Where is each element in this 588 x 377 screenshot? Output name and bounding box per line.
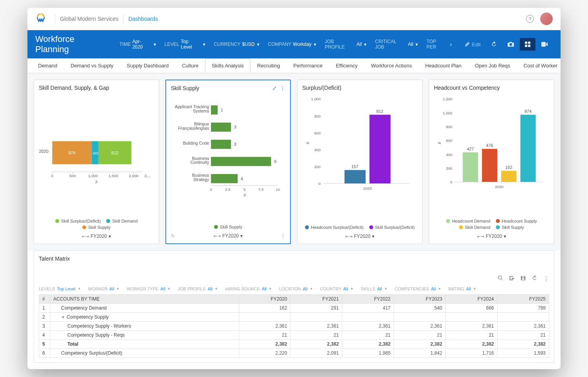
svg-text:500: 500 bbox=[69, 174, 76, 178]
svg-text:2.5: 2.5 bbox=[225, 187, 230, 192]
matrix-filter-levels[interactable]: LEVELSTop Level▼ bbox=[39, 286, 81, 291]
workday-logo-icon[interactable] bbox=[35, 13, 46, 24]
grid-view-button[interactable] bbox=[520, 38, 535, 51]
more-icon[interactable]: ⋮ bbox=[280, 85, 285, 91]
card-headcount-competency[interactable]: Headcount vs Competency 1,2001,000800600… bbox=[429, 80, 554, 244]
svg-text:2020: 2020 bbox=[363, 186, 372, 190]
filter-time[interactable]: TIMEApr-2020▼ bbox=[120, 39, 157, 50]
svg-text:812: 812 bbox=[376, 109, 383, 114]
reload-icon[interactable]: ↻ bbox=[171, 233, 175, 239]
tab-performance[interactable]: Performance bbox=[287, 58, 329, 73]
dashboard-grid: Skill Demand, Supply, & Gap 2020 974 162… bbox=[27, 73, 561, 250]
svg-rect-60 bbox=[370, 115, 391, 183]
table-row[interactable]: 4Competency Supply - Reqs212121212121 bbox=[39, 331, 549, 340]
filter-currency[interactable]: CURRENCY$USD▼ bbox=[214, 42, 260, 47]
chart-c3[interactable]: 1,0008006004002000 # 157 812 2020 bbox=[302, 94, 417, 222]
card-surplus-deficit[interactable]: Surplus/(Deficit) 1,0008006004002000 # 1… bbox=[297, 80, 423, 244]
card-title: Skill Supply bbox=[171, 85, 199, 91]
matrix-filter-rating[interactable]: RATINGAll▼ bbox=[448, 286, 477, 291]
svg-text:1,000: 1,000 bbox=[443, 111, 453, 115]
talent-matrix-panel: Talent Matrix ⋮ LEVELSTop Level▼WORKERAl… bbox=[34, 250, 554, 363]
table-row[interactable]: 6Competency Surplus/(Deficit)2,2202,0911… bbox=[39, 349, 549, 358]
filter-company[interactable]: COMPANYWorkday▼ bbox=[268, 42, 317, 47]
tab-demand-vs-supply[interactable]: Demand vs Supply bbox=[64, 58, 120, 73]
tab-cost-of-worker[interactable]: Cost of Worker bbox=[517, 58, 561, 73]
refresh-button[interactable] bbox=[486, 38, 502, 51]
chart-c1[interactable]: 2020 974 162 812 05001,0001,5002,0002,..… bbox=[39, 94, 154, 216]
matrix-filter-competencies[interactable]: COMPETENCIESAll▼ bbox=[394, 286, 441, 291]
tab-efficiency[interactable]: Efficiency bbox=[329, 58, 364, 73]
matrix-filter-hiring-source[interactable]: HIRING SOURCEAll▼ bbox=[225, 286, 272, 291]
svg-text:1,500: 1,500 bbox=[109, 174, 118, 178]
svg-rect-72 bbox=[463, 152, 478, 182]
user-avatar[interactable] bbox=[540, 13, 553, 25]
tab-workforce-actions[interactable]: Workforce Actions bbox=[364, 58, 419, 73]
tab-culture[interactable]: Culture bbox=[175, 58, 205, 73]
fy-selector[interactable]: ⇤⇥FY2020 ▾ bbox=[82, 234, 111, 239]
edit-button[interactable]: Edit bbox=[460, 38, 485, 51]
matrix-filter-job-profile[interactable]: JOB PROFILEAll▼ bbox=[178, 286, 218, 291]
matrix-title: Talent Matrix bbox=[39, 256, 549, 262]
page-header: Workforce Planning TIMEApr-2020▼LEVELTop… bbox=[27, 30, 561, 58]
filter-job profile[interactable]: JOB PROFILEAll▼ bbox=[325, 39, 367, 50]
matrix-filter-worker-type[interactable]: WORKER TYPEAll▼ bbox=[127, 286, 171, 291]
tab-supply-dashboard[interactable]: Supply Dashboard bbox=[120, 58, 175, 73]
svg-rect-3 bbox=[528, 45, 530, 47]
filter-overflow[interactable]: TOP PER› bbox=[426, 39, 452, 50]
svg-rect-24 bbox=[211, 105, 218, 114]
svg-text:7.5: 7.5 bbox=[258, 187, 264, 192]
table-row[interactable]: 3Competency Supply - Workers2,3612,3612,… bbox=[39, 322, 549, 331]
card-menu-icon[interactable]: ⋮ bbox=[281, 233, 285, 239]
tab-demand[interactable]: Demand bbox=[31, 58, 64, 73]
legend-item: Skill Surplus/(Deficit) bbox=[55, 219, 101, 223]
fy-selector[interactable]: ⇤⇥FY2020 ▾ bbox=[214, 233, 243, 239]
card-skill-supply[interactable]: Skill Supply ⤢⋮ Applicant TrackingSystem… bbox=[165, 80, 291, 244]
svg-text:9: 9 bbox=[274, 159, 276, 164]
expand-icon[interactable]: ⤢ bbox=[272, 85, 277, 91]
svg-line-82 bbox=[501, 279, 503, 280]
matrix-filter-country[interactable]: COUNTRYAll▼ bbox=[320, 286, 354, 291]
camera-button[interactable] bbox=[503, 38, 519, 51]
chart-c2[interactable]: Applicant TrackingSystems1BilingueFrança… bbox=[171, 94, 285, 221]
svg-text:#: # bbox=[95, 179, 98, 184]
more-icon[interactable]: ⋮ bbox=[543, 275, 549, 283]
export-icon[interactable] bbox=[509, 275, 515, 283]
fy-selector[interactable]: ⇤⇥FY2020 ▾ bbox=[345, 234, 374, 239]
tab-headcount-plan[interactable]: Headcount Plan bbox=[419, 58, 468, 73]
svg-point-81 bbox=[498, 276, 501, 279]
fy-selector[interactable]: ⇤⇥FY2020 ▾ bbox=[477, 234, 506, 239]
tab-open-job-reqs[interactable]: Open Job Reqs bbox=[468, 58, 517, 73]
help-icon[interactable]: ? bbox=[526, 15, 534, 23]
refresh-icon[interactable] bbox=[532, 275, 537, 283]
card-title: Skill Demand, Supply, & Gap bbox=[39, 85, 109, 91]
svg-rect-32 bbox=[211, 140, 231, 149]
legend: Headcount DemandHeadcount SupplySkill De… bbox=[434, 219, 549, 230]
svg-text:#: # bbox=[243, 193, 246, 198]
svg-rect-28 bbox=[211, 123, 231, 132]
filter-critical job[interactable]: CRITICAL JOBAll▼ bbox=[375, 39, 419, 50]
svg-text:200: 200 bbox=[314, 165, 321, 169]
svg-text:3: 3 bbox=[234, 125, 236, 129]
svg-text:600: 600 bbox=[446, 138, 453, 143]
chart-c4[interactable]: 1,2001,0008006004002000 # 427 476 162 97… bbox=[434, 94, 549, 216]
matrix-filter-skills[interactable]: SKILLSAll▼ bbox=[361, 286, 387, 291]
breadcrumb-link[interactable]: Dashboards bbox=[128, 16, 158, 22]
filter-level[interactable]: LEVELTop Level▼ bbox=[165, 39, 206, 50]
svg-rect-35 bbox=[211, 157, 271, 166]
video-button[interactable] bbox=[536, 38, 553, 50]
matrix-filter-worker[interactable]: WORKERAll▼ bbox=[88, 286, 120, 291]
svg-text:4: 4 bbox=[241, 176, 243, 181]
matrix-filter-location[interactable]: LOCATIONAll▼ bbox=[279, 286, 313, 291]
table-row[interactable]: 5Total2,3822,3822,3822,3822,3822,382 bbox=[39, 340, 549, 349]
svg-text:2,...: 2,... bbox=[145, 174, 151, 178]
talent-matrix-table[interactable]: #ACCOUNTS BY TIMEFY2020FY2021FY2022FY202… bbox=[39, 294, 549, 358]
card-skill-demand-supply-gap[interactable]: Skill Demand, Supply, & Gap 2020 974 162… bbox=[34, 80, 159, 244]
table-row[interactable]: 1Competency Demand162291417540666789 bbox=[39, 304, 549, 313]
tab-skills-analysis[interactable]: Skills Analysis bbox=[205, 58, 250, 73]
save-icon[interactable] bbox=[520, 275, 526, 283]
search-icon[interactable] bbox=[497, 275, 503, 283]
table-row[interactable]: 2▼Competency Supply bbox=[39, 313, 549, 322]
svg-text:200: 200 bbox=[446, 166, 453, 170]
divider bbox=[123, 14, 123, 24]
tab-recruiting[interactable]: Recruiting bbox=[250, 58, 287, 73]
